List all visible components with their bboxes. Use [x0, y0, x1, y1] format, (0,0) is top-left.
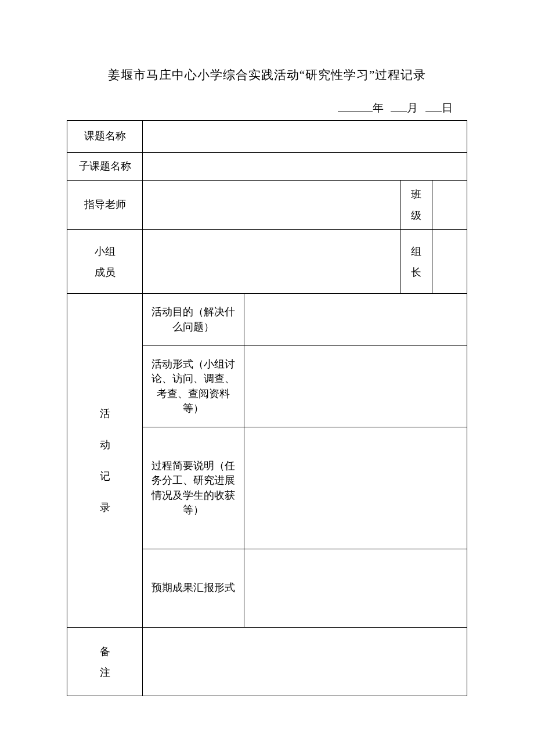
label-activity-process: 过程简要说明（任务分工、研究进展情况及学生的收获等） [143, 427, 244, 549]
value-remarks[interactable] [143, 628, 467, 696]
date-day-blank[interactable] [425, 100, 442, 111]
label-group-members: 小组成员 [67, 230, 143, 294]
label-activity-purpose: 活动目的（解决什么问题） [143, 294, 244, 346]
row-activity-purpose: 活 动 记 录 活动目的（解决什么问题） [67, 294, 467, 346]
label-activity-format: 活动形式（小组讨论、访问、调查、考查、查阅资料等） [143, 346, 244, 427]
date-year-blank[interactable] [338, 100, 373, 111]
date-month-blank[interactable] [391, 100, 407, 111]
row-group-members: 小组成员 组长 [67, 230, 467, 294]
label-advisor: 指导老师 [67, 181, 143, 230]
value-activity-process[interactable] [244, 427, 467, 549]
form-table: 课题名称 子课题名称 指导老师 班级 小组成员 组长 [67, 120, 467, 696]
value-sub-topic-name[interactable] [143, 153, 467, 181]
label-remarks: 备注 [67, 628, 143, 696]
label-group-leader: 组长 [400, 230, 432, 294]
row-sub-topic-name: 子课题名称 [67, 153, 467, 181]
label-class: 班级 [400, 181, 432, 230]
row-advisor: 指导老师 班级 [67, 181, 467, 230]
value-advisor[interactable] [143, 181, 400, 230]
value-activity-expected[interactable] [244, 549, 467, 628]
date-line: 年 月 日 [67, 100, 467, 116]
value-group-leader[interactable] [432, 230, 467, 294]
value-activity-format[interactable] [244, 346, 467, 427]
label-sub-topic-name: 子课题名称 [67, 153, 143, 181]
value-group-members[interactable] [143, 230, 400, 294]
row-remarks: 备注 [67, 628, 467, 696]
value-topic-name[interactable] [143, 121, 467, 153]
date-year-label: 年 [373, 102, 384, 114]
value-class[interactable] [432, 181, 467, 230]
page-title: 姜堰市马庄中心小学综合实践活动“研究性学习”过程记录 [67, 67, 467, 83]
date-month-label: 月 [407, 102, 418, 114]
label-topic-name: 课题名称 [67, 121, 143, 153]
value-activity-purpose[interactable] [244, 294, 467, 346]
label-activity-expected: 预期成果汇报形式 [143, 549, 244, 628]
label-activity-record: 活 动 记 录 [67, 294, 143, 628]
date-day-label: 日 [442, 102, 453, 114]
row-topic-name: 课题名称 [67, 121, 467, 153]
document-page: 姜堰市马庄中心小学综合实践活动“研究性学习”过程记录 年 月 日 课题名称 子课… [0, 0, 534, 696]
